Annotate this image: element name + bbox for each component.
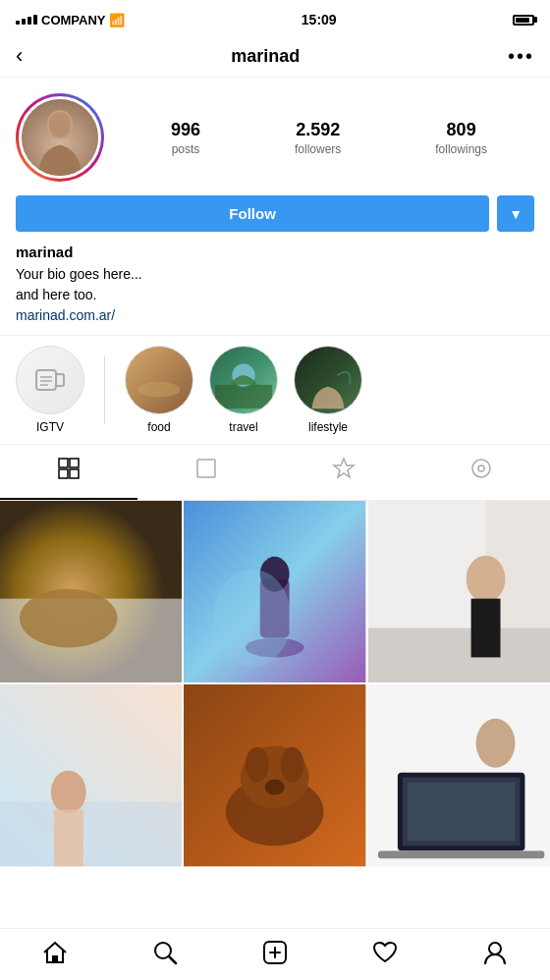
igtv-tab-icon	[469, 457, 493, 486]
more-options-button[interactable]: •••	[508, 45, 534, 68]
status-bar: COMPANY 📶 15:09	[0, 0, 550, 35]
follow-dropdown-button[interactable]: ▼	[497, 195, 534, 232]
svg-rect-19	[70, 459, 79, 467]
profile-stats: 996 posts 2.592 followers 809 followings	[124, 120, 534, 156]
highlight-food[interactable]: food	[125, 346, 193, 434]
nav-home[interactable]	[41, 939, 69, 966]
highlight-travel-circle	[209, 346, 278, 414]
svg-rect-8	[126, 347, 192, 413]
svg-point-9	[138, 382, 181, 398]
highlight-food-label: food	[147, 420, 170, 434]
battery-icon	[513, 15, 534, 26]
svg-point-47	[246, 747, 269, 783]
photo-cell-6[interactable]	[368, 684, 550, 866]
svg-rect-14	[215, 385, 272, 408]
svg-rect-18	[59, 459, 68, 467]
svg-rect-39	[470, 599, 500, 658]
svg-point-34	[213, 570, 292, 668]
status-left: COMPANY 📶	[16, 13, 125, 27]
highlight-igtv-circle	[16, 346, 84, 414]
svg-rect-53	[408, 783, 516, 842]
svg-rect-4	[56, 374, 64, 386]
highlights-section: IGTV food travel	[0, 335, 550, 445]
svg-point-55	[475, 719, 515, 768]
svg-point-38	[466, 556, 505, 603]
following-count: 809	[447, 120, 476, 140]
svg-rect-3	[36, 370, 56, 390]
svg-rect-56	[52, 955, 58, 962]
tagged-icon	[194, 457, 218, 486]
svg-point-62	[489, 943, 501, 954]
following-label: followings	[435, 142, 487, 156]
tab-grid[interactable]	[0, 445, 138, 500]
highlight-travel[interactable]: travel	[209, 346, 278, 434]
svg-rect-43	[54, 810, 83, 867]
highlight-lifestyle-circle	[294, 346, 362, 414]
status-right	[513, 15, 534, 26]
svg-point-24	[472, 460, 490, 477]
tab-saved[interactable]	[275, 445, 412, 500]
svg-rect-22	[197, 460, 215, 477]
grid-icon	[57, 457, 81, 486]
profile-top: 996 posts 2.592 followers 809 followings	[16, 93, 534, 182]
grid-tabs	[0, 445, 550, 501]
bottom-nav	[0, 928, 550, 980]
highlight-travel-label: travel	[229, 420, 257, 434]
photo-cell-1[interactable]	[0, 501, 182, 682]
svg-rect-21	[70, 469, 79, 478]
svg-point-2	[49, 112, 71, 137]
svg-point-49	[265, 780, 285, 795]
svg-rect-54	[378, 851, 544, 859]
avatar[interactable]	[19, 96, 101, 179]
posts-count: 996	[171, 120, 200, 140]
bio-text: Your bio goes here... and here too.	[16, 264, 534, 305]
photo-cell-2[interactable]	[184, 501, 365, 682]
status-time: 15:09	[302, 12, 337, 27]
highlight-divider	[104, 355, 105, 424]
svg-point-48	[281, 747, 304, 783]
highlight-igtv-label: IGTV	[36, 420, 64, 434]
svg-point-25	[478, 465, 484, 471]
carrier-label: COMPANY	[41, 13, 105, 27]
wifi-icon: 📶	[109, 13, 125, 27]
profile-section: 996 posts 2.592 followers 809 followings…	[0, 78, 550, 244]
signal-bars	[16, 15, 37, 25]
followers-stat[interactable]: 2.592 followers	[295, 120, 341, 156]
photo-cell-3[interactable]	[368, 501, 550, 682]
follow-button[interactable]: Follow	[16, 195, 489, 232]
highlight-igtv[interactable]: IGTV	[16, 346, 84, 434]
photo-cell-5[interactable]	[184, 684, 365, 866]
avatar-ring	[16, 93, 104, 182]
svg-rect-20	[59, 469, 68, 478]
highlight-lifestyle-label: lifestyle	[308, 420, 348, 434]
saved-icon	[332, 457, 356, 486]
nav-profile[interactable]	[481, 939, 509, 966]
bio-website[interactable]: marinad.com.ar/	[16, 307, 534, 323]
svg-rect-41	[0, 802, 182, 867]
following-stat[interactable]: 809 followings	[435, 120, 487, 156]
tab-igtv[interactable]	[412, 445, 550, 500]
bio-line1: Your bio goes here...	[16, 266, 142, 282]
highlight-lifestyle[interactable]: lifestyle	[294, 346, 362, 434]
followers-label: followers	[295, 142, 341, 156]
svg-line-58	[169, 956, 176, 963]
bio-line2: and here too.	[16, 287, 97, 302]
posts-stat[interactable]: 996 posts	[171, 120, 200, 156]
nav-add[interactable]	[261, 939, 289, 966]
bio-name: marinad	[16, 244, 534, 260]
svg-rect-37	[368, 628, 550, 683]
nav-search[interactable]	[151, 939, 179, 966]
svg-point-28	[20, 589, 118, 648]
tab-tagged[interactable]	[138, 445, 275, 500]
photo-cell-4[interactable]	[0, 684, 182, 866]
profile-username-header: marinad	[231, 46, 300, 67]
followers-count: 2.592	[296, 120, 340, 140]
back-button[interactable]: ‹	[16, 43, 23, 69]
follow-area: Follow ▼	[16, 195, 534, 232]
highlight-food-circle	[125, 346, 193, 414]
svg-point-42	[51, 771, 86, 814]
svg-marker-23	[334, 459, 354, 477]
nav-heart[interactable]	[371, 939, 399, 966]
nav-header: ‹ marinad •••	[0, 35, 550, 78]
profile-bio: marinad Your bio goes here... and here t…	[0, 244, 550, 335]
